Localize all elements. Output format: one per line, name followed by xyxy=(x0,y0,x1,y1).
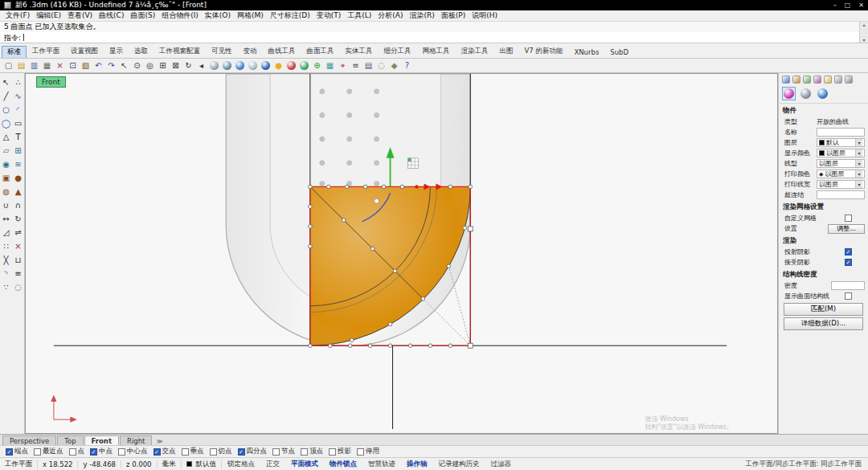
menu-item-13[interactable]: 面板(P) xyxy=(438,10,469,21)
properties-tab-icon[interactable] xyxy=(782,76,790,84)
menu-item-4[interactable]: 曲面(S) xyxy=(127,10,158,21)
osnap-checkbox-mid[interactable] xyxy=(90,448,97,456)
osnap-mid[interactable]: 中点 xyxy=(90,447,113,456)
zoom-extents-icon[interactable]: ⊠ xyxy=(170,59,182,72)
prop-input-hyperlink[interactable] xyxy=(817,190,865,199)
cplane-button[interactable]: 工作平面 xyxy=(0,460,38,469)
osnap-checkbox-quad[interactable] xyxy=(238,448,245,456)
redo-icon[interactable]: ↷ xyxy=(105,59,117,72)
front-viewport[interactable]: Front 激活 Windows 转到"设置"以激活 Windows。 xyxy=(25,73,778,434)
mapping-subtab[interactable] xyxy=(816,87,829,100)
layers-tab-icon[interactable] xyxy=(792,76,800,84)
cut-icon[interactable]: × xyxy=(54,59,66,72)
menu-item-1[interactable]: 编辑(E) xyxy=(33,10,64,21)
minimize-button[interactable]: – xyxy=(833,2,837,9)
zoom-window-icon[interactable]: ⊞ xyxy=(157,59,169,72)
sphere-tool-icon[interactable]: ● xyxy=(12,171,24,185)
toolbar-tab-2[interactable]: 设置视图 xyxy=(65,45,104,58)
viewport-canvas[interactable] xyxy=(26,74,777,433)
status-pane-filter[interactable]: 过滤器 xyxy=(485,460,518,469)
toolbar-tab-15[interactable]: V7 的新功能 xyxy=(519,45,569,58)
gumball-menu-icon[interactable] xyxy=(407,158,418,169)
new-file-icon[interactable]: ▢ xyxy=(2,59,14,72)
menu-item-3[interactable]: 曲线(C) xyxy=(96,10,127,21)
wireframe-view-icon[interactable] xyxy=(208,59,220,72)
details-button[interactable]: 详细数据(D)... xyxy=(784,317,863,330)
toolbar-tab-13[interactable]: 渲染工具 xyxy=(456,45,494,58)
undo-icon[interactable]: ↶ xyxy=(92,59,104,72)
toolbar-tab-10[interactable]: 实体工具 xyxy=(340,45,379,58)
materials-tab-icon[interactable] xyxy=(813,76,821,84)
pan-view-icon[interactable]: ⊙ xyxy=(131,59,143,72)
osnap-checkbox-project[interactable] xyxy=(329,448,336,456)
status-pane-history[interactable]: 记录建构历史 xyxy=(433,460,485,469)
display-tab-icon[interactable] xyxy=(803,76,811,84)
toolbar-tab-14[interactable]: 出图 xyxy=(494,45,519,58)
maximize-button[interactable]: □ xyxy=(845,2,851,9)
menu-item-12[interactable]: 渲染(R) xyxy=(406,10,437,21)
toolbar-tab-12[interactable]: 网格工具 xyxy=(417,45,456,58)
lights-tab-icon[interactable] xyxy=(824,76,832,84)
osnap-cen[interactable]: 中心点 xyxy=(118,447,148,456)
osnap-toggle-icon[interactable]: ⌖ xyxy=(337,59,349,72)
toolbar-tab-11[interactable]: 细分工具 xyxy=(379,45,417,58)
prop-dropdown-print-color[interactable]: ◆以图层▾ xyxy=(817,170,865,178)
cone-tool-icon[interactable]: ▲ xyxy=(12,185,24,198)
paste-icon[interactable]: ▧ xyxy=(80,59,92,72)
toolbar-tab-16[interactable]: XNurbs xyxy=(568,47,604,58)
command-prompt[interactable]: 指令: xyxy=(0,32,868,43)
prop-dropdown-linetype[interactable]: 以图层▾ xyxy=(817,159,865,168)
gumball-toggle-icon[interactable]: ⊕ xyxy=(311,59,323,72)
point-tool-icon[interactable]: ∴ xyxy=(12,76,24,89)
osnap-checkbox-knot[interactable] xyxy=(272,448,280,456)
trim-tool-icon[interactable]: × xyxy=(12,239,24,253)
status-pane-grid-snap[interactable]: 锁定格点 xyxy=(222,460,260,469)
text-tool-icon[interactable]: T xyxy=(12,130,24,144)
adjust-mesh-button[interactable]: 调整... xyxy=(828,224,865,234)
menu-item-0[interactable]: 文件(F) xyxy=(2,10,33,21)
toolbar-tab-0[interactable]: 标准 xyxy=(2,46,27,58)
control-points-on-icon[interactable]: ∵ xyxy=(0,280,12,294)
material-subtab[interactable] xyxy=(799,87,813,100)
join-tool-icon[interactable]: ⊔ xyxy=(12,253,24,267)
rendered-view-icon[interactable] xyxy=(234,59,246,72)
receive-shadows-checkbox[interactable] xyxy=(845,259,852,266)
prop-dropdown-print-width[interactable]: 以图层▾ xyxy=(817,180,865,189)
save-icon[interactable]: ▥ xyxy=(28,59,40,72)
status-pane-ortho[interactable]: 正交 xyxy=(260,460,285,469)
osnap-knot[interactable]: 节点 xyxy=(272,447,295,456)
ellipse-tool-icon[interactable]: ◯ xyxy=(0,116,12,130)
plane-tool-icon[interactable]: ⊞ xyxy=(12,144,24,157)
osnap-checkbox-int[interactable] xyxy=(154,448,161,456)
osnap-near[interactable]: 最近点 xyxy=(34,447,63,456)
osnap-checkbox-cen[interactable] xyxy=(118,448,125,456)
rotate-view-icon[interactable]: ↻ xyxy=(182,59,194,72)
toolbar-tab-17[interactable]: SubD xyxy=(604,47,634,58)
sun-icon[interactable]: ● xyxy=(272,59,285,72)
osnap-point[interactable]: 点 xyxy=(69,447,85,456)
material-icon[interactable] xyxy=(285,59,297,72)
loft-tool-icon[interactable]: ≋ xyxy=(12,157,24,171)
curve-tool-icon[interactable]: ∿ xyxy=(12,89,24,103)
command-scrollbar[interactable]: ▴ ▾ xyxy=(859,22,868,43)
menu-item-5[interactable]: 组合物件(I) xyxy=(158,10,202,21)
lock-object-icon[interactable]: ◆ xyxy=(388,59,400,72)
prop-input-name[interactable] xyxy=(817,128,865,137)
osnap-tan[interactable]: 切点 xyxy=(210,447,232,456)
current-layer-pane[interactable]: 默认值 xyxy=(182,460,223,469)
prop-dropdown-display-color[interactable]: 以图层▾ xyxy=(817,149,865,157)
scroll-down-icon[interactable]: ▾ xyxy=(862,37,865,43)
cast-shadows-checkbox[interactable] xyxy=(845,248,852,255)
menu-item-2[interactable]: 查看(V) xyxy=(64,10,96,21)
select-pointer-icon[interactable]: ↖ xyxy=(118,59,130,72)
osnap-end[interactable]: 端点 xyxy=(6,447,28,456)
boolean-difference-icon[interactable]: ∩ xyxy=(12,198,24,212)
cylinder-tool-icon[interactable]: ◍ xyxy=(0,185,12,198)
scale-tool-icon[interactable]: ◿ xyxy=(0,226,12,239)
menu-item-9[interactable]: 变动(T) xyxy=(313,10,345,21)
scroll-up-icon[interactable]: ▴ xyxy=(862,22,865,27)
menu-item-8[interactable]: 尺寸标注(D) xyxy=(267,10,313,21)
prop-dropdown-layer[interactable]: 默认▾ xyxy=(817,138,865,147)
status-pane-smarttrack[interactable]: 智慧轨迹 xyxy=(362,460,401,469)
match-button[interactable]: 匹配(M) xyxy=(784,303,863,316)
